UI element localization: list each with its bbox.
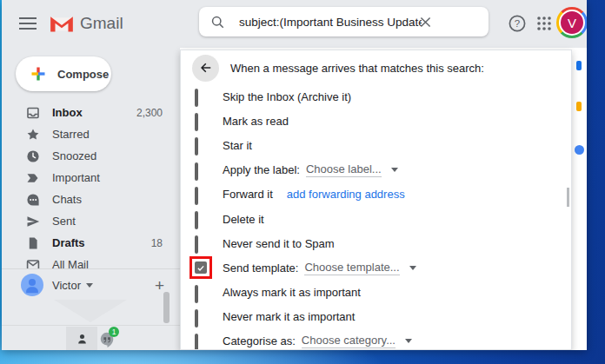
tasks-peek-icon <box>575 145 584 155</box>
sidebar-item-label: Inbox <box>52 106 136 119</box>
sidebar-item-chats[interactable]: Chats <box>2 189 180 210</box>
checkbox-wrap <box>195 335 207 347</box>
compose-plus-icon <box>30 65 47 83</box>
account-row: Victor + <box>2 272 180 298</box>
compose-label: Compose <box>57 68 109 81</box>
filter-option-label: Categorise as: <box>223 334 296 347</box>
account-person-icon[interactable] <box>21 274 43 296</box>
sidebar-item-label: Important <box>52 171 180 184</box>
sidebar-nav: Inbox2,300StarredSnoozedImportantChatsSe… <box>2 102 180 268</box>
add-account-button[interactable]: + <box>155 277 164 294</box>
account-caret-icon[interactable] <box>86 283 93 288</box>
filter-checkbox[interactable] <box>195 113 198 131</box>
chat-icon <box>26 193 40 207</box>
sidebar-item-label: All Mail <box>52 258 180 268</box>
filter-checkbox[interactable] <box>195 334 198 350</box>
back-button[interactable] <box>192 55 219 82</box>
search-bar[interactable] <box>199 7 489 36</box>
person-icon <box>76 333 89 346</box>
filter-row-0: Skip the Inbox (Archive it) <box>181 84 571 109</box>
filter-checkbox[interactable] <box>195 309 198 328</box>
clock-icon <box>26 149 40 163</box>
sidebar-item-important[interactable]: Important <box>2 167 180 189</box>
sidebar-footer: 1 <box>2 325 180 350</box>
filter-option-label: Never send it to Spam <box>223 237 335 250</box>
filter-checkbox[interactable] <box>195 211 198 229</box>
checkbox-wrap <box>195 311 207 323</box>
apps-grid-icon[interactable] <box>534 13 555 34</box>
chat-badge: 1 <box>109 327 119 337</box>
contacts-tab[interactable] <box>66 327 97 350</box>
checkbox-wrap <box>195 90 207 103</box>
chevron-down-icon[interactable] <box>409 266 416 270</box>
account-avatar[interactable]: V <box>556 7 587 38</box>
search-icon[interactable] <box>210 15 225 30</box>
sidebar-item-label: Sent <box>52 215 180 228</box>
filter-row-10: Categorise as:Choose category... <box>181 329 571 350</box>
filter-option-label: Send template: <box>223 261 298 275</box>
sidebar-item-sent[interactable]: Sent <box>2 210 180 232</box>
account-name[interactable]: Victor <box>52 279 81 292</box>
hangouts-tab[interactable]: 1 <box>99 328 120 349</box>
chevron-down-icon[interactable] <box>405 339 412 343</box>
checkbox-wrap <box>195 287 207 299</box>
filter-option-label: Mark as read <box>223 115 289 128</box>
search-input[interactable] <box>237 15 423 30</box>
main-menu-icon[interactable] <box>19 17 37 30</box>
filter-checkbox[interactable] <box>195 285 198 303</box>
filter-checkbox[interactable] <box>195 89 198 107</box>
filter-option-label: Forward it <box>223 188 273 201</box>
filter-panel-title: When a message arrives that matches this… <box>230 62 484 75</box>
checkbox-wrap <box>195 213 207 225</box>
filter-checkbox[interactable] <box>195 137 198 156</box>
sidebar-item-label: Chats <box>52 193 180 206</box>
keep-peek-icon <box>576 102 582 111</box>
sidebar-item-inbox[interactable]: Inbox2,300 <box>2 102 180 123</box>
sidebar-item-all-mail[interactable]: All Mail <box>2 254 180 268</box>
sidebar-item-count: 18 <box>151 237 163 249</box>
sidebar-item-label: Snoozed <box>52 149 180 162</box>
filter-row-8: Always mark it as important <box>181 281 571 305</box>
sidebar: Compose Inbox2,300StarredSnoozedImportan… <box>2 48 180 350</box>
sidebar-item-starred[interactable]: Starred <box>2 123 180 145</box>
filter-select[interactable]: Choose label... <box>306 162 382 177</box>
filter-row-2: Star it <box>181 133 571 157</box>
all-mail-icon <box>26 258 40 269</box>
filter-select[interactable]: Choose template... <box>304 261 399 275</box>
add-forwarding-address-link[interactable]: add forwarding address <box>287 188 405 201</box>
compose-button[interactable]: Compose <box>16 56 111 91</box>
sent-icon <box>26 215 40 228</box>
sidebar-item-drafts[interactable]: Drafts18 <box>2 232 180 254</box>
back-arrow-icon <box>198 60 214 76</box>
filter-select[interactable]: Choose category... <box>302 334 396 348</box>
filter-checkbox[interactable] <box>195 162 198 181</box>
filter-option-list: Skip the Inbox (Archive it)Mark as readS… <box>181 84 571 350</box>
sidebar-scrollbar[interactable] <box>163 292 170 323</box>
chevron-down-icon[interactable] <box>391 168 398 172</box>
gmail-window: Gmail ? V Compose In <box>2 0 587 350</box>
svg-text:?: ? <box>515 18 520 29</box>
checkbox-wrap <box>195 261 207 274</box>
filter-checkbox[interactable] <box>195 235 198 254</box>
gmail-logo-icon[interactable] <box>49 13 75 34</box>
important-icon <box>26 171 40 185</box>
filter-row-9: Never mark it as important <box>181 305 571 329</box>
filter-row-4: Forward itadd forwarding address <box>181 182 571 207</box>
sidebar-item-snoozed[interactable]: Snoozed <box>2 145 180 167</box>
filter-option-label: Delete it <box>223 213 264 226</box>
gmail-header: Gmail ? V <box>2 0 587 48</box>
filter-row-3: Apply the label:Choose label... <box>181 158 571 182</box>
filter-row-7: Send template:Choose template... <box>181 255 571 280</box>
clear-search-icon[interactable] <box>418 15 433 30</box>
inbox-icon <box>26 106 40 120</box>
filter-option-label: Never mark it as important <box>223 310 355 323</box>
filter-row-1: Mark as read <box>181 109 571 133</box>
panel-scrollbar[interactable] <box>567 188 569 207</box>
calendar-peek-icon <box>576 61 582 70</box>
filter-checkbox[interactable] <box>195 187 198 205</box>
help-icon[interactable]: ? <box>507 13 528 34</box>
sidebar-item-label: Drafts <box>52 236 151 249</box>
sidebar-divider <box>2 268 180 269</box>
filter-option-label: Skip the Inbox (Archive it) <box>223 90 351 103</box>
star-icon <box>26 128 40 142</box>
